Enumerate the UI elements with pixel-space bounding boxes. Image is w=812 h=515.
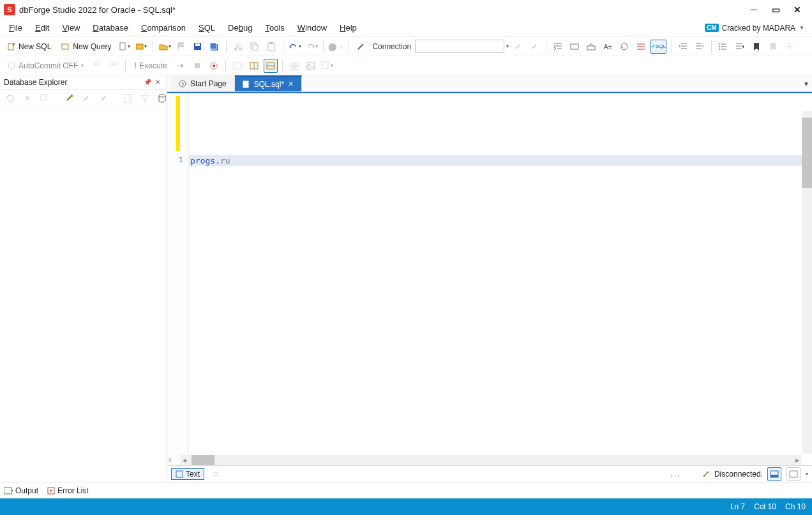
grid-stack-button[interactable]: ▾ [320, 59, 335, 73]
close-button[interactable]: ✕ [786, 4, 808, 15]
refresh-button[interactable] [3, 91, 17, 105]
open-folder-button[interactable]: ▾ [158, 40, 172, 54]
copy-node-button[interactable] [38, 91, 52, 105]
connection-dropdown-arrow[interactable]: ▾ [506, 43, 509, 49]
stop-button[interactable] [190, 59, 204, 73]
cut-button[interactable] [231, 40, 245, 54]
delete-node-button[interactable]: ✕ [20, 91, 34, 105]
vscroll-thumb[interactable] [802, 118, 812, 188]
stash-button[interactable] [584, 40, 598, 54]
save-button[interactable] [191, 40, 205, 54]
prev-bookmark-button[interactable] [733, 40, 747, 54]
indent-right-button[interactable] [551, 40, 565, 54]
tab-start-page[interactable]: Start Page [171, 75, 235, 91]
menu-edit[interactable]: Edit [29, 19, 56, 36]
execute-button[interactable]: ! Execute [130, 59, 170, 73]
maximize-button[interactable]: ▭ [765, 4, 786, 15]
rollback-button[interactable] [107, 59, 121, 73]
svg-rect-41 [243, 81, 248, 88]
menu-window[interactable]: Window [291, 19, 333, 36]
bookmark-clear-button[interactable] [766, 40, 780, 54]
frame-button[interactable] [568, 40, 582, 54]
svg-rect-42 [176, 471, 183, 477]
layout-button-3[interactable] [264, 59, 278, 73]
results-text-button[interactable] [786, 467, 801, 481]
new-doc-dropdown[interactable]: ▾ [117, 40, 132, 54]
menu-debug[interactable]: Debug [222, 19, 259, 36]
list-button[interactable] [716, 40, 730, 54]
database-explorer-tree[interactable] [0, 107, 167, 482]
crack-badge[interactable]: CM Cracked by MADARA ▼ [705, 19, 809, 36]
menu-sql[interactable]: SQL [192, 19, 222, 36]
svg-text:✷: ✷ [70, 94, 73, 99]
menu-help[interactable]: Help [333, 19, 363, 36]
minimize-button[interactable]: ─ [743, 4, 765, 15]
error-list-tab[interactable]: Error List [47, 486, 89, 495]
vertical-scrollbar[interactable] [802, 111, 812, 454]
sql-validate-button[interactable]: ✔SQL [650, 40, 666, 54]
new-query-button[interactable]: New Query [57, 40, 115, 54]
svg-rect-2 [62, 44, 68, 49]
scissors-icon [234, 42, 243, 51]
connect-button[interactable] [354, 40, 368, 54]
plug-remove-button[interactable] [527, 40, 541, 54]
menu-database[interactable]: Database [86, 19, 135, 36]
results-dropdown[interactable]: ▾ [806, 471, 808, 477]
results-grid-button[interactable] [767, 467, 781, 481]
output-tab[interactable]: Output [4, 486, 38, 495]
folder-open-icon [159, 42, 168, 51]
autocommit-button[interactable]: AutoCommit OFF ▾ [3, 59, 87, 73]
layout-button-2[interactable] [247, 59, 261, 73]
finish-button[interactable] [174, 40, 188, 54]
menu-comparison[interactable]: Comparison [135, 19, 192, 36]
outdent-button[interactable] [676, 40, 690, 54]
execute-step-button[interactable] [174, 59, 188, 73]
save-all-button[interactable] [207, 40, 222, 54]
bookmark-button[interactable] [749, 40, 763, 54]
new-project-dropdown[interactable]: ▾ [134, 40, 148, 54]
redo-button[interactable]: ▾ [304, 40, 319, 54]
properties-button[interactable] [121, 91, 135, 105]
new-sql-button[interactable]: ✷ New SQL [3, 40, 55, 54]
image-button[interactable] [304, 59, 318, 73]
change-marker [176, 96, 180, 151]
horizontal-scrollbar[interactable]: ◂▸ [180, 455, 802, 465]
split-handle[interactable]: ⦀ [167, 455, 172, 465]
grid-button-1[interactable] [287, 59, 301, 73]
new-connection-button[interactable]: ✷ [62, 91, 76, 105]
nav-back-button[interactable]: ⬤→ [328, 40, 344, 54]
editor-status-bar: Text ... Disconnected. ▾ [167, 465, 812, 482]
connection-combo[interactable] [415, 40, 504, 53]
connection-delete-button[interactable] [96, 91, 110, 105]
plug-add-button[interactable] [511, 40, 525, 54]
tab-sql[interactable]: SQL.sql* ✕ [235, 75, 302, 91]
commit-button[interactable] [90, 59, 104, 73]
toggle-lines-button[interactable] [634, 40, 648, 54]
record-button[interactable] [207, 59, 221, 73]
undo-button[interactable]: ▾ [288, 40, 302, 54]
layout-button-1[interactable] [230, 59, 244, 73]
save-all-icon [209, 42, 220, 51]
refresh-fmt-button[interactable] [617, 40, 631, 54]
editor: ÷ 1 progs.ru ⦀ ◂▸ [167, 92, 812, 465]
case-button[interactable]: A± [601, 40, 615, 54]
indent-button[interactable] [693, 40, 707, 54]
text-mode-button[interactable]: Text [171, 468, 204, 480]
tabs-overflow-button[interactable]: ▾ [801, 75, 812, 91]
filter-button[interactable] [138, 91, 152, 105]
menu-file[interactable]: File [3, 19, 29, 36]
paste-button[interactable] [264, 40, 278, 54]
step-icon [176, 61, 185, 70]
menu-view[interactable]: View [56, 19, 86, 36]
panel-close-button[interactable]: ✕ [153, 79, 163, 86]
swap-button[interactable] [209, 467, 223, 481]
hscroll-thumb[interactable] [192, 455, 214, 465]
tab-close-button[interactable]: ✕ [288, 80, 294, 88]
code-area[interactable]: progs.ru [189, 93, 812, 465]
connection-edit-button[interactable] [79, 91, 93, 105]
code-token-1: progs. [190, 156, 220, 165]
arrows-expand-button[interactable] [783, 40, 797, 54]
panel-pin-button[interactable]: 📌 [142, 79, 153, 86]
menu-tools[interactable]: Tools [259, 19, 290, 36]
copy-button[interactable] [248, 40, 262, 54]
